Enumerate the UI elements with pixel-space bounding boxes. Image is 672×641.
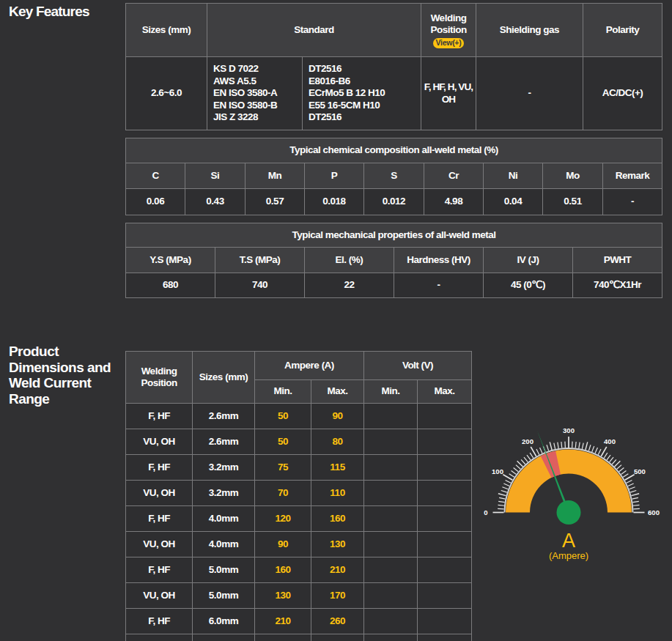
svg-text:100: 100 bbox=[492, 467, 503, 475]
svg-text:0: 0 bbox=[484, 508, 487, 516]
svg-text:600: 600 bbox=[648, 508, 660, 516]
svg-text:400: 400 bbox=[604, 437, 616, 445]
svg-text:300: 300 bbox=[563, 426, 575, 434]
svg-text:200: 200 bbox=[522, 437, 533, 445]
svg-text:500: 500 bbox=[634, 467, 646, 475]
